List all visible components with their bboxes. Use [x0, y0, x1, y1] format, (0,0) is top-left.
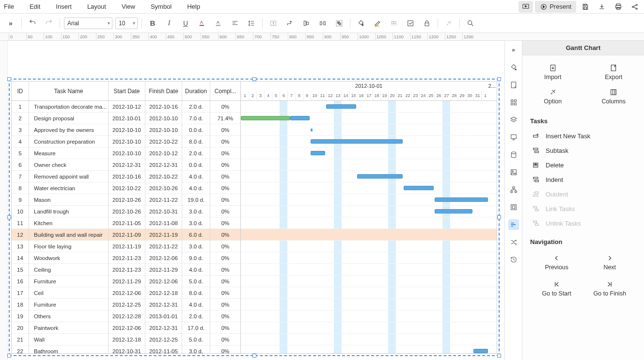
gantt-table[interactable]: ID12345678910111213141516171819202122Tas… — [12, 82, 241, 353]
italic-button[interactable]: I — [162, 16, 176, 30]
table-cell[interactable]: 2012-10-22 — [109, 182, 145, 194]
table-cell[interactable]: 0% — [210, 345, 240, 354]
timeline-row[interactable] — [241, 147, 497, 159]
table-cell[interactable]: Mason — [29, 194, 108, 206]
gantt-timeline[interactable]: 2012-10-01 2... 123456789101112131415161… — [241, 82, 497, 353]
timeline-row[interactable] — [241, 206, 497, 217]
table-cell[interactable]: Others — [29, 311, 108, 322]
table-cell[interactable]: Paintwork — [29, 322, 108, 334]
table-cell[interactable]: 16 — [12, 276, 29, 287]
table-cell[interactable]: 0% — [210, 171, 240, 182]
timeline-row[interactable] — [241, 322, 497, 334]
next-button[interactable]: Next — [583, 251, 637, 274]
table-cell[interactable]: Water electrician — [29, 182, 108, 194]
menu-insert[interactable]: Insert — [48, 1, 79, 12]
table-cell[interactable]: 17 — [12, 287, 29, 299]
table-cell[interactable]: 2012-10-22 — [145, 136, 182, 147]
gantt-chart[interactable]: ID12345678910111213141516171819202122Tas… — [11, 81, 497, 354]
shuffle-dock-icon[interactable] — [508, 237, 519, 247]
resize-handle[interactable] — [252, 354, 256, 358]
table-cell[interactable]: 0.0 d. — [182, 159, 210, 171]
timeline-row[interactable] — [241, 194, 497, 206]
table-cell[interactable]: 5.0 d. — [182, 276, 210, 287]
table-cell[interactable]: 4.0 d. — [182, 171, 210, 182]
table-cell[interactable]: 8 — [12, 182, 29, 194]
table-cell[interactable]: 2012-11-22 — [145, 241, 182, 252]
save-icon-button[interactable] — [578, 1, 593, 13]
resize-handle[interactable] — [252, 77, 256, 81]
table-cell[interactable]: Building wall and wall repair — [29, 229, 108, 241]
image-dock-icon[interactable] — [508, 167, 519, 178]
table-cell[interactable]: 4.0 d. — [182, 299, 210, 311]
table-cell[interactable]: 2012-11-05 — [109, 217, 145, 229]
show-more-icon[interactable]: » — [4, 16, 17, 30]
table-cell[interactable]: 0% — [210, 101, 240, 113]
timeline-row[interactable] — [241, 113, 497, 124]
table-cell[interactable]: Kitchen — [29, 217, 108, 229]
table-cell[interactable]: Floor tile laying — [29, 241, 108, 252]
table-cell[interactable]: 3.0 d. — [182, 345, 210, 354]
table-cell[interactable]: Wall — [29, 334, 108, 345]
table-cell[interactable]: 2012-12-18 — [145, 287, 182, 299]
table-cell[interactable]: 2012-10-12 — [145, 147, 182, 159]
bold-button[interactable]: B — [146, 16, 159, 30]
table-cell[interactable]: 2012-10-22 — [145, 171, 182, 182]
distribute-button[interactable] — [316, 16, 330, 30]
table-cell[interactable]: 8.0 d. — [182, 287, 210, 299]
connector-button[interactable] — [283, 16, 297, 30]
table-cell[interactable]: 2012-12-06 — [109, 287, 145, 299]
table-cell[interactable]: Removed appoint wall — [29, 171, 108, 182]
columns-button[interactable]: Columns — [583, 84, 644, 109]
menu-edit[interactable]: Edit — [22, 1, 48, 12]
table-cell[interactable]: 5.0 d. — [182, 334, 210, 345]
menu-symbol[interactable]: Symbol — [143, 1, 179, 12]
delete-task-button[interactable]: Delete — [530, 158, 636, 172]
table-cell[interactable]: 2012-11-09 — [109, 229, 145, 241]
timeline-row[interactable] — [241, 299, 497, 311]
table-cell[interactable]: 2012-10-31 — [145, 206, 182, 217]
table-cell[interactable]: 22 — [12, 345, 29, 354]
menu-help[interactable]: Help — [179, 1, 208, 12]
presentation-dock-icon[interactable] — [508, 132, 519, 143]
goto-start-button[interactable]: Go to Start — [530, 278, 583, 300]
font-size-select[interactable]: 10 — [115, 17, 138, 29]
present-button[interactable]: Present — [535, 1, 576, 13]
table-cell[interactable]: 14 — [12, 252, 29, 264]
table-cell[interactable]: 10 — [12, 206, 29, 217]
table-cell[interactable]: 0% — [210, 287, 240, 299]
line-style-button[interactable] — [387, 16, 401, 30]
print-icon-button[interactable] — [611, 1, 626, 13]
timeline-row[interactable] — [241, 136, 497, 147]
table-cell[interactable]: 2.0 d. — [182, 101, 210, 113]
table-cell[interactable]: 2.0 d. — [182, 147, 210, 159]
expand-dock-icon[interactable]: » — [508, 45, 519, 55]
download-icon-button[interactable] — [595, 1, 609, 13]
table-cell[interactable]: 71.4% — [210, 113, 240, 124]
frame-dock-icon[interactable] — [508, 202, 519, 213]
table-cell[interactable]: 15 — [12, 264, 29, 276]
gantt-bar[interactable] — [290, 116, 310, 120]
table-cell[interactable]: 2012-10-16 — [109, 171, 145, 182]
menu-layout[interactable]: Layout — [79, 1, 114, 12]
table-cell[interactable]: 0% — [210, 241, 240, 252]
table-cell[interactable]: 9 — [12, 194, 29, 206]
gantt-dock-icon[interactable] — [508, 219, 519, 230]
table-cell[interactable]: 0% — [210, 159, 240, 171]
table-cell[interactable]: 2 — [12, 113, 29, 124]
undo-button[interactable] — [26, 16, 39, 30]
gantt-bar[interactable] — [473, 349, 488, 353]
timeline-row[interactable] — [241, 287, 497, 299]
layers-dock-icon[interactable] — [508, 115, 519, 125]
table-cell[interactable]: 2012-10-12 — [109, 101, 145, 113]
table-cell[interactable]: 2012-11-19 — [145, 229, 182, 241]
table-cell[interactable]: 0.0 d. — [182, 124, 210, 136]
redo-button[interactable] — [42, 16, 56, 30]
table-cell[interactable]: 2012-12-31 — [145, 299, 182, 311]
table-cell[interactable]: 0% — [210, 124, 240, 136]
timeline-row[interactable] — [241, 334, 497, 345]
gantt-bar[interactable] — [435, 197, 488, 202]
table-cell[interactable]: 0% — [210, 182, 240, 194]
table-cell[interactable]: 2012-10-01 — [109, 113, 145, 124]
table-cell[interactable]: 2012-10-10 — [145, 113, 182, 124]
table-cell[interactable]: 2012-10-10 — [109, 147, 145, 159]
